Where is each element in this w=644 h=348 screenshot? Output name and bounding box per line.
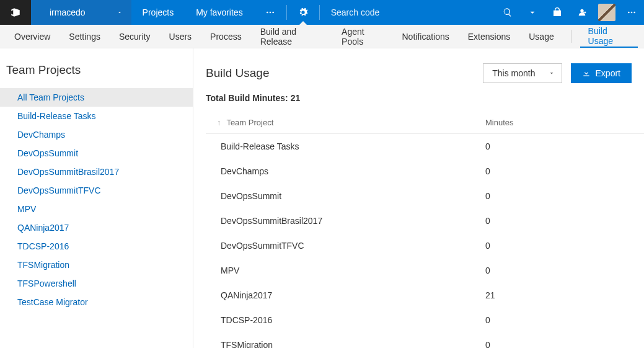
chevron-down-icon <box>548 69 555 77</box>
download-icon <box>582 69 591 78</box>
chevron-down-icon <box>117 9 123 16</box>
tab-build-and-release[interactable]: Build and Release <box>252 25 331 48</box>
tab-notifications[interactable]: Notifications <box>394 25 457 48</box>
shopping-bag-icon <box>552 7 562 17</box>
export-button[interactable]: Export <box>571 63 632 83</box>
sidebar-item-build-release-tasks[interactable]: Build-Release Tasks <box>0 107 193 125</box>
cell-project: TDCSP-2016 <box>206 308 470 332</box>
svg-point-0 <box>267 12 268 14</box>
chevron-down-icon <box>527 7 537 17</box>
feedback-button[interactable] <box>570 0 594 25</box>
search-button[interactable] <box>495 0 520 25</box>
search-area <box>320 0 495 25</box>
person-arrow-icon <box>577 7 587 17</box>
gear-icon <box>298 7 308 17</box>
sidebar-item-devchamps[interactable]: DevChamps <box>0 125 193 144</box>
cell-minutes: 0 <box>470 332 644 348</box>
sidebar-item-tfsmigration[interactable]: TFSMigration <box>0 256 193 274</box>
sidebar-item-qaninja2017[interactable]: QANinja2017 <box>0 218 193 237</box>
cell-project: DevOpsSummit <box>206 184 470 208</box>
col-minutes[interactable]: Minutes <box>470 112 644 134</box>
divider <box>571 30 571 43</box>
table-row[interactable]: DevChamps0 <box>206 159 644 184</box>
account-switcher[interactable]: irmacedo <box>31 0 131 25</box>
cell-minutes: 0 <box>470 184 644 208</box>
search-icon <box>503 7 513 17</box>
table-row[interactable]: TFSMigration0 <box>206 332 644 348</box>
sidebar-title: Team Projects <box>0 63 193 88</box>
sidebar-item-all-team-projects[interactable]: All Team Projects <box>0 88 193 107</box>
overflow-button[interactable] <box>619 0 644 25</box>
topbar-right <box>495 0 644 25</box>
table-row[interactable]: MPV0 <box>206 258 644 283</box>
col-team-project[interactable]: ↑ Team Project <box>206 112 470 134</box>
table-row[interactable]: QANinja201721 <box>206 283 644 308</box>
marketplace-button[interactable] <box>545 0 570 25</box>
sidebar-item-devopssummit[interactable]: DevOpsSummit <box>0 144 193 163</box>
table-row[interactable]: DevOpsSummit0 <box>206 184 644 208</box>
sort-asc-icon: ↑ <box>217 118 221 127</box>
tab-overview[interactable]: Overview <box>6 25 58 48</box>
tab-security[interactable]: Security <box>111 25 159 48</box>
table-row[interactable]: TDCSP-20160 <box>206 308 644 332</box>
avatar-button[interactable] <box>594 0 619 25</box>
cell-minutes: 0 <box>470 308 644 332</box>
main: Team Projects All Team ProjectsBuild-Rel… <box>0 48 644 348</box>
cell-minutes: 0 <box>470 233 644 258</box>
content-actions: This month Export <box>483 63 632 83</box>
sidebar: Team Projects All Team ProjectsBuild-Rel… <box>0 48 193 348</box>
sidebar-item-testcase-migrator[interactable]: TestCase Migrator <box>0 293 193 311</box>
table-row[interactable]: Build-Release Tasks0 <box>206 134 644 159</box>
period-selected-label: This month <box>492 68 535 78</box>
avatar <box>598 4 615 21</box>
topbar-nav-my-favorites[interactable]: My favorites <box>185 0 254 25</box>
page-title: Build Usage <box>206 66 269 80</box>
period-select[interactable]: This month <box>483 63 562 83</box>
search-input[interactable] <box>331 7 467 17</box>
usage-table: ↑ Team Project Minutes Build-Release Tas… <box>206 112 644 348</box>
topbar-nav-projects[interactable]: Projects <box>131 0 185 25</box>
account-name: irmacedo <box>50 7 86 17</box>
svg-point-1 <box>269 12 271 14</box>
svg-point-5 <box>633 12 635 14</box>
more-button[interactable] <box>254 0 286 25</box>
cell-project: DevOpsSummitTFVC <box>206 233 470 258</box>
total-build-minutes: Total Build Minutes: 21 <box>206 93 644 103</box>
cell-project: QANinja2017 <box>206 283 470 308</box>
tab-usage[interactable]: Usage <box>521 25 562 48</box>
tab-agent-pools[interactable]: Agent Pools <box>333 25 391 48</box>
cell-minutes: 0 <box>470 258 644 283</box>
tab-settings[interactable]: Settings <box>61 25 108 48</box>
svg-point-4 <box>631 12 633 14</box>
tab-process[interactable]: Process <box>202 25 250 48</box>
col-team-project-label: Team Project <box>226 118 273 127</box>
total-label: Total Build Minutes: <box>206 93 288 103</box>
col-minutes-label: Minutes <box>485 118 514 127</box>
vsts-logo[interactable] <box>0 0 31 25</box>
ellipsis-icon <box>265 7 275 17</box>
tab-extensions[interactable]: Extensions <box>460 25 518 48</box>
sidebar-item-mpv[interactable]: MPV <box>0 200 193 218</box>
total-value: 21 <box>291 93 301 103</box>
settings-gear-button[interactable] <box>287 0 319 25</box>
cell-minutes: 0 <box>470 159 644 184</box>
ellipsis-icon <box>627 7 637 17</box>
table-row[interactable]: DevOpsSummitBrasil20170 <box>206 208 644 233</box>
sidebar-item-devopssummittfvc[interactable]: DevOpsSummitTFVC <box>0 181 193 200</box>
cell-project: TFSMigration <box>206 332 470 348</box>
cell-project: Build-Release Tasks <box>206 134 470 159</box>
svg-point-2 <box>272 12 274 14</box>
tab-users[interactable]: Users <box>161 25 200 48</box>
sidebar-item-devopssummitbrasil2017[interactable]: DevOpsSummitBrasil2017 <box>0 163 193 181</box>
content: Build Usage This month Export Total Buil… <box>193 48 644 348</box>
topbar-nav: ProjectsMy favorites <box>131 0 254 25</box>
cell-project: DevChamps <box>206 159 470 184</box>
sidebar-item-tdcsp-2016[interactable]: TDCSP-2016 <box>0 237 193 256</box>
table-row[interactable]: DevOpsSummitTFVC0 <box>206 233 644 258</box>
search-scope-button[interactable] <box>520 0 545 25</box>
cell-minutes: 21 <box>470 283 644 308</box>
sidebar-item-tfspowershell[interactable]: TFSPowershell <box>0 274 193 293</box>
content-header: Build Usage This month Export <box>206 63 644 83</box>
tab-build-usage[interactable]: Build Usage <box>580 25 638 48</box>
tabbar: OverviewSettingsSecurityUsersProcessBuil… <box>0 25 644 48</box>
